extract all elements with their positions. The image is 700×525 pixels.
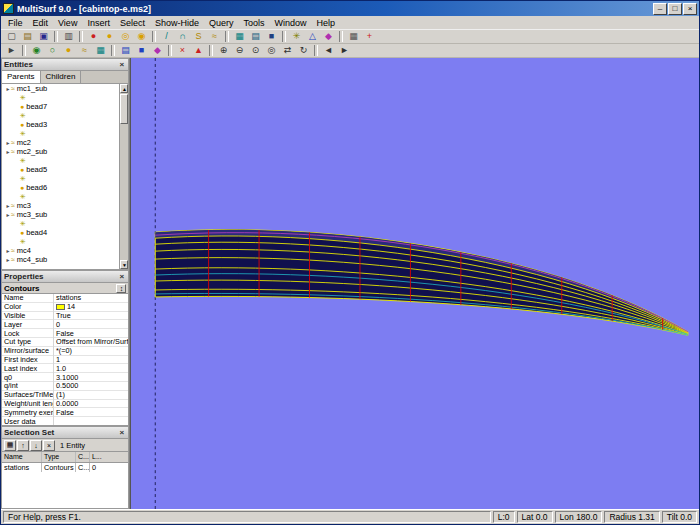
axes-icon[interactable]: +: [362, 30, 377, 43]
close-button[interactable]: ×: [683, 3, 697, 15]
tree-item-mc4_sub[interactable]: ▸≈mc4_sub: [2, 255, 119, 264]
snake-icon[interactable]: ≈: [207, 30, 222, 43]
tree-item-bead7[interactable]: ●bead7: [2, 102, 119, 111]
tree-item-mc3[interactable]: ▸≈mc3: [2, 201, 119, 210]
menu-window[interactable]: Window: [269, 18, 311, 28]
tree-item-bead5[interactable]: ●bead5: [2, 165, 119, 174]
tab-children[interactable]: Children: [41, 71, 82, 83]
next-view-icon[interactable]: ►: [337, 44, 352, 57]
show-surfaces-icon[interactable]: ▦: [93, 44, 108, 57]
knot-icon[interactable]: ✳: [289, 30, 304, 43]
curve-icon[interactable]: S: [191, 30, 206, 43]
menu-file[interactable]: File: [3, 18, 28, 28]
line-icon[interactable]: /: [159, 30, 174, 43]
sort-icon[interactable]: ↕: [116, 284, 126, 293]
save-icon[interactable]: ▣: [36, 30, 51, 43]
scroll-down-icon[interactable]: ▼: [120, 260, 128, 269]
color-swatch: [56, 304, 65, 310]
selection-column-2[interactable]: C...: [76, 452, 90, 462]
tree-item-node[interactable]: ✳: [2, 219, 119, 228]
close-panel-icon[interactable]: ×: [117, 60, 126, 69]
menu-tools[interactable]: Tools: [238, 18, 269, 28]
triangle-icon[interactable]: △: [305, 30, 320, 43]
status-tilt: Tilt 0.0: [662, 511, 697, 523]
new-file-icon[interactable]: ▢: [4, 30, 19, 43]
minimize-button[interactable]: –: [653, 3, 667, 15]
menu-help[interactable]: Help: [312, 18, 341, 28]
selection-column-1[interactable]: Type: [42, 452, 76, 462]
menu-select[interactable]: Select: [115, 18, 150, 28]
show-points-icon[interactable]: ●: [61, 44, 76, 57]
tree-item-mc4[interactable]: ▸≈mc4: [2, 246, 119, 255]
bead-icon[interactable]: ●: [102, 30, 117, 43]
tree-item-node[interactable]: ✳: [2, 174, 119, 183]
select-cursor-icon[interactable]: ►: [4, 44, 19, 57]
open-file-icon[interactable]: ▤: [20, 30, 35, 43]
tree-item-node[interactable]: ✳: [2, 111, 119, 120]
shaded-icon[interactable]: ■: [134, 44, 149, 57]
grid-icon[interactable]: ▦: [346, 30, 361, 43]
remove-icon[interactable]: ×: [43, 440, 55, 451]
show-all-icon[interactable]: ◉: [29, 44, 44, 57]
move-down-icon[interactable]: ↓: [30, 440, 42, 451]
magnet-icon[interactable]: ◉: [134, 30, 149, 43]
menu-edit[interactable]: Edit: [28, 18, 54, 28]
tab-parents[interactable]: Parents: [2, 71, 41, 83]
ring-icon[interactable]: ◎: [118, 30, 133, 43]
print-icon[interactable]: ▥: [61, 30, 76, 43]
tree-item-mc3_sub[interactable]: ▸≈mc3_sub: [2, 210, 119, 219]
tree-item-node[interactable]: ✳: [2, 237, 119, 246]
zoom-in-icon[interactable]: ⊕: [216, 44, 231, 57]
tree-item-mc1_sub[interactable]: ▸≈mc1_sub: [2, 84, 119, 93]
mesh-icon[interactable]: ▤: [248, 30, 263, 43]
tree-item-bead3[interactable]: ●bead3: [2, 120, 119, 129]
menu-show-hide[interactable]: Show-Hide: [150, 18, 204, 28]
properties-panel-header[interactable]: Properties ×: [2, 271, 128, 283]
hide-icon[interactable]: ○: [45, 44, 60, 57]
tree-item-node[interactable]: ✳: [2, 129, 119, 138]
zoom-out-icon[interactable]: ⊖: [232, 44, 247, 57]
menu-view[interactable]: View: [53, 18, 82, 28]
tree-item-bead6[interactable]: ●bead6: [2, 183, 119, 192]
selection-panel-header[interactable]: Selection Set ×: [2, 427, 128, 439]
zoom-window-icon[interactable]: ⊙: [248, 44, 263, 57]
tree-item-node[interactable]: ✳: [2, 192, 119, 201]
selection-row[interactable]: stationsContoursC...0: [2, 463, 128, 472]
tree-item-mc2[interactable]: ▸≈mc2: [2, 138, 119, 147]
render-icon[interactable]: ◆: [150, 44, 165, 57]
selection-column-3[interactable]: L...: [90, 452, 128, 462]
measure-icon[interactable]: ×: [175, 44, 190, 57]
scrollbar-thumb[interactable]: [120, 94, 128, 124]
scroll-up-icon[interactable]: ▲: [120, 84, 128, 93]
tree-item-bead4[interactable]: ●bead4: [2, 228, 119, 237]
tree-item-node[interactable]: ✳: [2, 156, 119, 165]
wireframe-icon[interactable]: ▤: [118, 44, 133, 57]
diamond-icon[interactable]: ◆: [321, 30, 336, 43]
show-curves-icon[interactable]: ≈: [77, 44, 92, 57]
zoom-fit-icon[interactable]: ◎: [264, 44, 279, 57]
move-up-icon[interactable]: ↑: [17, 440, 29, 451]
maximize-button[interactable]: □: [668, 3, 682, 15]
prev-view-icon[interactable]: ◄: [321, 44, 336, 57]
property-label: Name: [2, 294, 54, 302]
menu-insert[interactable]: Insert: [82, 18, 115, 28]
list-view-icon[interactable]: ▦: [4, 440, 16, 451]
viewport-3d[interactable]: [130, 58, 699, 509]
tree-item-mc2_sub[interactable]: ▸≈mc2_sub: [2, 147, 119, 156]
tree-scrollbar[interactable]: ▲ ▼: [119, 84, 128, 269]
tree-item-node[interactable]: ✳: [2, 93, 119, 102]
rotate-view-icon[interactable]: ↻: [296, 44, 311, 57]
solid-icon[interactable]: ■: [264, 30, 279, 43]
pan-icon[interactable]: ⇄: [280, 44, 295, 57]
property-row[interactable]: User data: [2, 417, 128, 425]
point-icon[interactable]: ●: [86, 30, 101, 43]
surface-icon[interactable]: ▦: [232, 30, 247, 43]
close-panel-icon[interactable]: ×: [117, 272, 126, 281]
selection-column-0[interactable]: Name: [2, 452, 42, 462]
menu-query[interactable]: Query: [204, 18, 239, 28]
entities-panel-header[interactable]: Entities ×: [2, 59, 128, 71]
scrollbar-track[interactable]: [120, 125, 128, 260]
flag-icon[interactable]: ▲: [191, 44, 206, 57]
close-panel-icon[interactable]: ×: [117, 428, 126, 437]
arc-icon[interactable]: ∩: [175, 30, 190, 43]
